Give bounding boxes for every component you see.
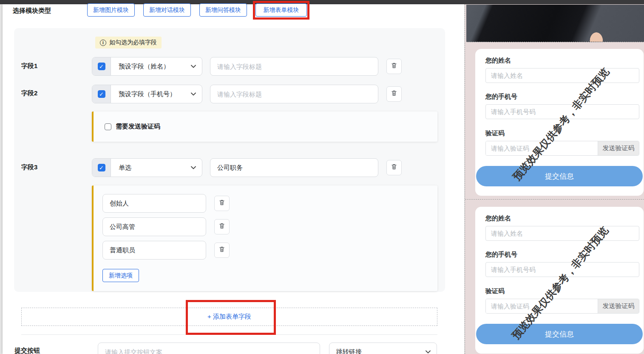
option1-input[interactable] — [102, 194, 206, 213]
form-builder-panel: 选择模块类型 新增图片模块 新增对话模块 新增问答模块 新增表单模块 i 如勾选… — [3, 4, 464, 354]
preview-name-label: 您的姓名 — [485, 214, 511, 223]
field1-label: 字段1 — [21, 62, 37, 70]
preview-code-input[interactable] — [486, 141, 598, 155]
chevron-down-icon — [191, 166, 196, 169]
send-sms-checkbox[interactable] — [105, 123, 111, 130]
field3-type-combo: 单选 — [92, 158, 202, 177]
field2-type-select[interactable]: 预设字段（手机号） — [111, 85, 202, 103]
field2-delete-button[interactable] — [386, 86, 402, 102]
preview-phone-label: 您的手机号 — [485, 93, 517, 101]
trash-icon — [218, 199, 225, 208]
required-hint-badge: i 如勾选为必填字段 — [95, 37, 162, 49]
add-qa-module-button[interactable]: 新增问答模块 — [199, 3, 247, 17]
preview-submit-button[interactable]: 提交信息 — [476, 166, 643, 186]
preview-code-input[interactable] — [486, 299, 598, 313]
sms-sub-panel: 需要发送验证码 — [92, 111, 437, 142]
preview-code-label: 验证码 — [485, 129, 505, 137]
submit-text-input[interactable] — [98, 343, 320, 354]
add-dialog-module-button[interactable]: 新增对话模块 — [143, 3, 191, 17]
chevron-down-icon — [191, 65, 196, 68]
preview-panel: 您的姓名 您的手机号 验证码 发送验证码 提交信息 预览效果仅供参考，非实时预览… — [465, 4, 644, 354]
preview-image — [466, 5, 644, 42]
preview-name-input[interactable] — [485, 226, 639, 241]
preview-submit-button[interactable]: 提交信息 — [476, 324, 643, 344]
field3-delete-button[interactable] — [386, 160, 402, 175]
field1-type-select[interactable]: 预设字段（姓名） — [111, 57, 202, 75]
field3-required-checkbox[interactable] — [98, 164, 105, 171]
preview-name-label: 您的姓名 — [485, 57, 511, 65]
preview-send-code-button[interactable]: 发送验证码 — [598, 299, 639, 313]
info-icon: i — [100, 40, 106, 46]
section-divider — [21, 334, 437, 335]
field1-type-combo: 预设字段（姓名） — [92, 57, 202, 76]
jump-link-select[interactable]: 跳转链接 — [329, 343, 437, 354]
option3-input[interactable] — [102, 241, 206, 260]
preview-code-label: 验证码 — [485, 287, 505, 295]
submit-button-label: 提交按钮 — [14, 347, 40, 354]
trash-icon — [218, 246, 225, 254]
option2-input[interactable] — [102, 217, 206, 236]
field3-type-select[interactable]: 单选 — [111, 159, 202, 177]
field2-type-combo: 预设字段（手机号） — [92, 85, 202, 103]
field1-delete-button[interactable] — [386, 59, 402, 74]
screen: 选择模块类型 新增图片模块 新增对话模块 新增问答模块 新增表单模块 i 如勾选… — [0, 0, 644, 354]
preview-code-group: 发送验证码 — [485, 299, 639, 314]
module-type-label: 选择模块类型 — [13, 7, 51, 15]
preview-name-input[interactable] — [485, 68, 639, 83]
chevron-down-icon — [191, 92, 196, 96]
option1-delete-button[interactable] — [214, 196, 230, 211]
option3-delete-button[interactable] — [214, 243, 230, 258]
preview-phone-input[interactable] — [485, 104, 639, 119]
trash-icon — [218, 223, 225, 231]
field1-required-checkbox[interactable] — [98, 63, 105, 70]
add-form-field-button[interactable]: + 添加表单字段 — [21, 308, 437, 326]
trash-icon — [391, 90, 397, 98]
preview-send-code-button[interactable]: 发送验证码 — [598, 141, 639, 155]
trash-icon — [391, 62, 397, 71]
module-separator — [465, 199, 644, 200]
send-sms-label: 需要发送验证码 — [116, 123, 160, 131]
add-option-button[interactable]: 新增选项 — [102, 269, 139, 282]
field2-label: 字段2 — [21, 89, 37, 97]
field3-label: 字段3 — [21, 163, 37, 171]
preview-phone-input[interactable] — [485, 262, 639, 277]
preview-form-card-2: 您的姓名 您的手机号 验证码 发送验证码 提交信息 — [475, 207, 644, 354]
field1-title-input[interactable] — [210, 57, 378, 76]
preview-code-group: 发送验证码 — [485, 141, 639, 156]
required-hint-text: 如勾选为必填字段 — [109, 39, 157, 46]
field2-title-input[interactable] — [210, 85, 378, 103]
option2-delete-button[interactable] — [214, 219, 230, 234]
add-image-module-button[interactable]: 新增图片模块 — [87, 3, 135, 17]
field3-title-input[interactable] — [210, 158, 378, 177]
preview-phone-label: 您的手机号 — [485, 251, 517, 259]
trash-icon — [391, 163, 397, 172]
field2-required-checkbox[interactable] — [98, 90, 105, 98]
chevron-down-icon — [426, 350, 431, 354]
preview-form-card-1: 您的姓名 您的手机号 验证码 发送验证码 提交信息 — [475, 49, 644, 196]
add-form-module-button[interactable]: 新增表单模块 — [255, 3, 307, 17]
